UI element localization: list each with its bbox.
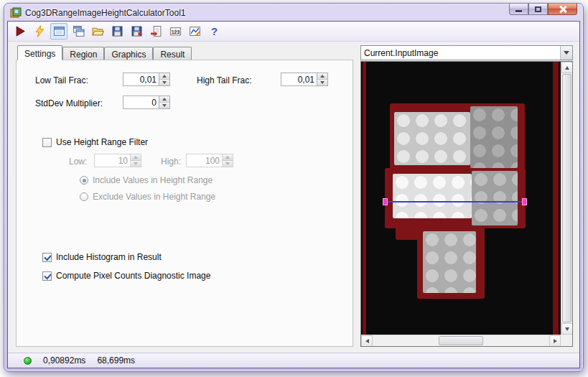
checkbox-box[interactable] [42, 253, 52, 262]
caliper-handle-left[interactable] [383, 198, 388, 205]
horizontal-scroll-thumb[interactable] [439, 336, 483, 345]
caliper-line[interactable] [387, 201, 523, 203]
maximize-button[interactable] [528, 4, 548, 15]
minimize-button[interactable] [509, 4, 528, 15]
line-profile-button[interactable] [186, 23, 203, 39]
tool-window: Cog3DRangeImageHeightCalculatorTool1 [4, 3, 584, 372]
lightning-icon [34, 25, 46, 37]
height-range-high-spinner [222, 154, 233, 167]
radio-circle[interactable] [80, 176, 88, 185]
down-arrow-icon [162, 104, 167, 107]
down-arrow-icon [134, 162, 138, 165]
combobox-dropdown-button[interactable] [560, 46, 572, 60]
help-button[interactable]: ? [205, 23, 223, 39]
image-right-strip [553, 62, 559, 335]
scroll-right-button[interactable] [549, 335, 561, 347]
tab-result[interactable]: Result [153, 47, 192, 60]
import-icon [150, 25, 162, 37]
electric-run-button[interactable] [31, 23, 48, 39]
height-range-low-label: Low: [69, 157, 87, 167]
close-button[interactable] [548, 4, 577, 15]
show-image-display-button[interactable] [50, 23, 67, 39]
radio-circle[interactable] [80, 192, 88, 201]
maximize-icon [535, 6, 541, 12]
gray-plate-bottom [423, 231, 476, 293]
include-histogram-label: Include Histogram in Result [56, 252, 162, 262]
toolbar: 123 ? [8, 22, 579, 42]
down-arrow-icon [225, 162, 230, 165]
titlebar[interactable]: Cog3DRangeImageHeightCalculatorTool1 [7, 4, 580, 21]
window-title: Cog3DRangeImageHeightCalculatorTool1 [25, 8, 185, 18]
high-tail-frac-up-button[interactable] [317, 73, 327, 79]
image-selector-combobox[interactable]: Current.InputImage [360, 45, 573, 60]
height-range-high-value[interactable]: 100 [187, 154, 222, 167]
stddev-multiplier-spinner [159, 96, 169, 108]
exclude-values-radio[interactable]: Exclude Values in Height Range [80, 192, 215, 202]
caliper-handle-right[interactable] [522, 198, 527, 205]
height-range-high-up-button[interactable] [223, 154, 233, 160]
high-tail-frac-down-button[interactable] [317, 79, 327, 85]
high-tail-frac-value[interactable]: 0,01 [281, 73, 317, 85]
compute-pixel-counts-label: Compute Pixel Counts Diagnostic Image [56, 271, 210, 281]
tab-graphics[interactable]: Graphics [104, 47, 153, 60]
save-results-button[interactable] [128, 23, 145, 39]
pixel-grid-icon: 123 [169, 25, 182, 37]
up-arrow-icon [565, 66, 569, 70]
import-tool-button[interactable] [147, 23, 164, 39]
high-tail-frac-label: High Tail Frac: [197, 75, 251, 85]
height-range-high-input[interactable]: 100 [186, 154, 233, 167]
tab-settings[interactable]: Settings [17, 45, 62, 60]
down-arrow-icon [320, 81, 325, 84]
stddev-multiplier-up-button[interactable] [159, 96, 169, 102]
height-range-low-value[interactable]: 10 [95, 154, 130, 167]
include-values-radio[interactable]: Include Values in Height Range [80, 175, 213, 185]
stddev-multiplier-value[interactable]: 0 [123, 96, 159, 108]
tab-strip: Settings Region Graphics Result [16, 45, 353, 60]
height-range-high-down-button[interactable] [223, 160, 233, 167]
settings-panel: Settings Region Graphics Result Low Tail… [16, 45, 353, 353]
low-tail-frac-up-button[interactable] [159, 73, 169, 79]
low-tail-frac-input[interactable]: 0,01 [123, 73, 170, 86]
tab-region[interactable]: Region [62, 47, 104, 60]
include-histogram-checkbox[interactable]: Include Histogram in Result [42, 252, 162, 262]
scroll-up-button[interactable] [561, 62, 573, 73]
copy-image-display-button[interactable] [70, 23, 87, 39]
use-height-range-filter-checkbox[interactable]: Use Height Range Filter [42, 137, 148, 147]
low-tail-frac-down-button[interactable] [159, 79, 169, 85]
stddev-multiplier-down-button[interactable] [159, 102, 169, 108]
vertical-scroll-thumb[interactable] [562, 74, 571, 322]
run-tool-button[interactable] [11, 23, 29, 39]
floppy-disk-icon [111, 25, 123, 37]
height-range-low-down-button[interactable] [131, 160, 141, 167]
image-panel: Current.InputImage [360, 45, 573, 347]
maroon-region-left-nub [396, 224, 420, 240]
high-tail-frac-input[interactable]: 0,01 [281, 73, 328, 86]
low-tail-frac-value[interactable]: 0,01 [123, 73, 159, 85]
vertical-scrollbar[interactable] [561, 62, 572, 335]
total-time: 68,699ms [97, 355, 135, 366]
save-tool-button[interactable] [108, 23, 126, 39]
scroll-down-button[interactable] [561, 323, 573, 335]
settings-tab-page: Low Tail Frac: 0,01 High Tail Frac: 0,01 [16, 60, 353, 347]
image-display[interactable] [360, 61, 573, 347]
down-arrow-icon [162, 81, 167, 84]
low-tail-frac-spinner [159, 73, 169, 85]
scroll-left-button[interactable] [361, 335, 373, 347]
height-range-low-up-button[interactable] [131, 154, 141, 160]
pixel-values-button[interactable]: 123 [167, 23, 184, 39]
stddev-multiplier-input[interactable]: 0 [123, 96, 170, 109]
chevron-down-icon [564, 51, 569, 55]
checkbox-box[interactable] [42, 138, 52, 147]
include-values-label: Include Values in Height Range [93, 175, 213, 185]
svg-text:123: 123 [171, 29, 179, 34]
height-range-low-input[interactable]: 10 [94, 154, 141, 167]
open-tool-button[interactable] [89, 23, 106, 39]
minimize-icon [515, 10, 522, 12]
horizontal-scrollbar[interactable] [361, 335, 561, 346]
checkbox-box[interactable] [42, 271, 52, 281]
height-range-high-label: High: [161, 157, 181, 167]
help-icon: ? [208, 25, 220, 37]
range-image[interactable] [361, 62, 561, 335]
client-area: 123 ? Settings Region Graphics Result L [7, 21, 580, 368]
compute-pixel-counts-checkbox[interactable]: Compute Pixel Counts Diagnostic Image [42, 271, 210, 281]
